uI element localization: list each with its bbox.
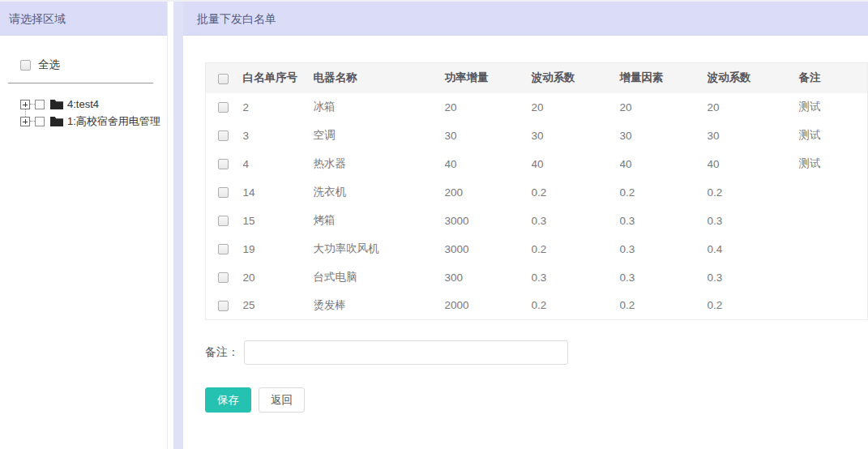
table-cell: 3000 xyxy=(445,235,532,263)
table-cell: 洗衣机 xyxy=(314,178,445,207)
table-cell: 0.2 xyxy=(532,235,620,263)
table-cell: 烫发棒 xyxy=(314,292,445,320)
table-row: 14洗衣机2000.20.20.2 xyxy=(206,178,868,207)
remark-row: 备注： xyxy=(205,340,868,365)
tree-node-label[interactable]: 1:高校宿舍用电管理 xyxy=(67,114,160,129)
table-cell: 40 xyxy=(445,150,532,178)
table-cell: 30 xyxy=(445,122,532,150)
table-cell: 40 xyxy=(620,150,708,178)
table-cell: 测试 xyxy=(799,93,868,122)
table-row: 15烤箱30000.30.30.3 xyxy=(206,207,868,235)
folder-icon xyxy=(50,99,63,109)
panel-gutter xyxy=(168,2,183,449)
table-cell: 0.2 xyxy=(708,178,799,207)
table-cell: 0.3 xyxy=(620,235,708,263)
row-checkbox[interactable] xyxy=(218,187,229,198)
tree-node-checkbox[interactable] xyxy=(35,100,45,109)
tree-node-checkbox[interactable] xyxy=(35,117,45,126)
main-body: 白名单序号 电器名称 功率增量 波动系数 增量因素 波动系数 备注 2冰箱202… xyxy=(183,62,868,413)
table-cell: 20 xyxy=(445,93,532,122)
save-button[interactable]: 保存 xyxy=(205,387,251,413)
table-cell: 0.2 xyxy=(532,292,620,320)
table-cell: 30 xyxy=(532,122,620,150)
select-all-row: 全选 xyxy=(20,58,167,72)
table-cell: 测试 xyxy=(799,150,868,178)
table-row: 25烫发棒20000.20.20.2 xyxy=(206,292,868,320)
sidebar-divider xyxy=(8,83,153,83)
back-button[interactable]: 返回 xyxy=(259,387,305,413)
page-title: 批量下发白名单 xyxy=(183,2,868,36)
table-cell: 4 xyxy=(243,150,314,178)
row-checkbox-cell xyxy=(206,150,243,178)
table-row: 20台式电脑3000.30.30.3 xyxy=(206,263,868,292)
tree-expand-icon[interactable] xyxy=(20,117,30,126)
table-cell xyxy=(799,207,868,235)
table-row: 2冰箱20202020测试 xyxy=(206,93,868,122)
tree-node-label[interactable]: 4:test4 xyxy=(67,98,99,110)
button-row: 保存 返回 xyxy=(205,387,868,413)
row-checkbox-cell xyxy=(206,178,243,207)
row-checkbox[interactable] xyxy=(218,102,229,113)
table-cell: 20 xyxy=(708,93,799,122)
table-cell: 大功率吹风机 xyxy=(314,235,445,263)
table-cell: 热水器 xyxy=(314,150,445,178)
table-cell: 30 xyxy=(708,122,799,150)
table-cell: 14 xyxy=(243,178,314,207)
table-cell: 0.4 xyxy=(708,235,799,263)
table-cell: 20 xyxy=(532,93,620,122)
col-increment-factor: 增量因素 xyxy=(620,63,708,93)
remark-input[interactable] xyxy=(244,340,568,365)
select-all-checkbox[interactable] xyxy=(20,60,31,71)
folder-icon xyxy=(50,116,63,126)
table-row: 19大功率吹风机30000.20.30.4 xyxy=(206,235,868,263)
table-cell: 0.3 xyxy=(620,263,708,292)
table-cell: 200 xyxy=(445,178,532,207)
table-cell: 30 xyxy=(620,122,708,150)
sidebar-title: 请选择区域 xyxy=(0,2,167,36)
row-checkbox-cell xyxy=(206,122,243,150)
page: 请选择区域 全选 4:test41:高校宿舍用电管理 批量下发白名单 xyxy=(0,0,868,449)
row-checkbox-cell xyxy=(206,207,243,235)
row-checkbox-cell xyxy=(206,93,243,122)
table-cell: 3000 xyxy=(445,207,532,235)
table-cell xyxy=(799,235,868,263)
table-cell: 300 xyxy=(445,263,532,292)
col-remark: 备注 xyxy=(799,63,868,93)
row-checkbox[interactable] xyxy=(218,244,229,254)
table-cell: 20 xyxy=(620,93,708,122)
table-cell: 40 xyxy=(708,150,799,178)
region-sidebar: 请选择区域 全选 4:test41:高校宿舍用电管理 xyxy=(0,2,168,449)
table-cell xyxy=(799,263,868,292)
table-cell: 15 xyxy=(243,207,314,235)
table-cell: 烤箱 xyxy=(314,207,445,235)
col-whitelist-seq: 白名单序号 xyxy=(243,63,314,93)
table-cell: 0.2 xyxy=(708,292,799,320)
row-checkbox[interactable] xyxy=(218,301,229,311)
row-checkbox[interactable] xyxy=(218,272,229,283)
row-checkbox[interactable] xyxy=(218,216,229,226)
region-tree: 4:test41:高校宿舍用电管理 xyxy=(20,96,167,130)
whitelist-table: 白名单序号 电器名称 功率增量 波动系数 增量因素 波动系数 备注 2冰箱202… xyxy=(205,62,868,320)
table-cell: 0.3 xyxy=(532,263,620,292)
table-cell: 空调 xyxy=(314,122,445,150)
row-checkbox-cell xyxy=(206,292,243,320)
row-checkbox-cell xyxy=(206,235,243,263)
table-cell: 台式电脑 xyxy=(314,263,445,292)
gutter-strip xyxy=(173,2,183,449)
table-cell: 20 xyxy=(243,263,314,292)
table-body: 2冰箱20202020测试3空调30303030测试4热水器40404040测试… xyxy=(206,93,868,320)
tree-expand-icon[interactable] xyxy=(20,100,30,109)
table-cell: 40 xyxy=(532,150,620,178)
tree-item: 1:高校宿舍用电管理 xyxy=(20,113,167,130)
main-panel: 批量下发白名单 白名单序号 电器名称 功率增量 波动系数 增量因素 xyxy=(183,2,868,449)
table-header: 白名单序号 电器名称 功率增量 波动系数 增量因素 波动系数 备注 xyxy=(206,63,868,93)
table-cell: 0.2 xyxy=(532,178,620,207)
header-select-all-checkbox[interactable] xyxy=(218,74,229,84)
col-appliance-name: 电器名称 xyxy=(314,63,445,93)
table-cell: 0.3 xyxy=(708,263,799,292)
table-cell: 0.3 xyxy=(532,207,620,235)
table-cell: 2000 xyxy=(445,292,532,320)
row-checkbox[interactable] xyxy=(218,159,229,169)
table-cell: 2 xyxy=(243,93,314,122)
row-checkbox[interactable] xyxy=(218,130,229,141)
